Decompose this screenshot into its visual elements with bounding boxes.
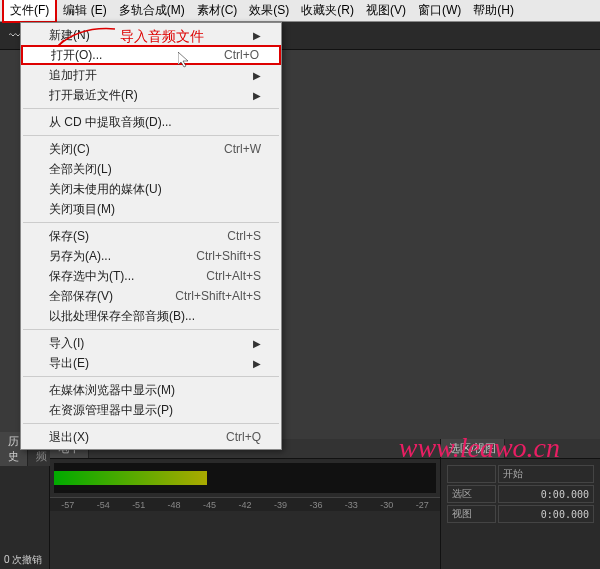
- menu-close-all[interactable]: 全部关闭(L): [21, 159, 281, 179]
- menu-close-unused[interactable]: 关闭未使用的媒体(U): [21, 179, 281, 199]
- db-ruler: -57-54-51-48-45-42-39-36-33-30-27: [50, 497, 440, 511]
- menu-reveal-explorer[interactable]: 在资源管理器中显示(P): [21, 400, 281, 420]
- file-dropdown: 新建(N)▶ 打开(O)...Ctrl+O 追加打开▶ 打开最近文件(R)▶ 从…: [20, 22, 282, 450]
- menu-view[interactable]: 视图(V): [360, 0, 412, 21]
- menu-close[interactable]: 关闭(C)Ctrl+W: [21, 139, 281, 159]
- menu-append-open[interactable]: 追加打开▶: [21, 65, 281, 85]
- undo-count: 0 次撤销: [4, 553, 42, 567]
- menu-effects[interactable]: 效果(S): [243, 0, 295, 21]
- menu-save[interactable]: 保存(S)Ctrl+S: [21, 226, 281, 246]
- menu-export[interactable]: 导出(E)▶: [21, 353, 281, 373]
- row-view-label: 视图: [447, 505, 496, 523]
- selection-start[interactable]: 0:00.000: [498, 485, 594, 503]
- menu-save-as[interactable]: 另存为(A)...Ctrl+Shift+S: [21, 246, 281, 266]
- menu-new[interactable]: 新建(N)▶: [21, 25, 281, 45]
- view-start[interactable]: 0:00.000: [498, 505, 594, 523]
- menu-close-project[interactable]: 关闭项目(M): [21, 199, 281, 219]
- menu-favorites[interactable]: 收藏夹(R): [295, 0, 360, 21]
- menu-save-all[interactable]: 全部保存(V)Ctrl+Shift+Alt+S: [21, 286, 281, 306]
- menu-multitrack[interactable]: 多轨合成(M): [113, 0, 191, 21]
- chevron-right-icon: ▶: [253, 358, 261, 369]
- menubar: 文件(F) 编辑 (E) 多轨合成(M) 素材(C) 效果(S) 收藏夹(R) …: [0, 0, 600, 22]
- selection-info: 开始 选区0:00.000 视图0:00.000: [441, 459, 600, 529]
- menu-save-selection[interactable]: 保存选中为(T)...Ctrl+Alt+S: [21, 266, 281, 286]
- menu-open[interactable]: 打开(O)...Ctrl+O: [21, 45, 281, 65]
- watermark: www.leawo.cn: [399, 432, 560, 464]
- menu-import[interactable]: 导入(I)▶: [21, 333, 281, 353]
- menu-window[interactable]: 窗口(W): [412, 0, 467, 21]
- menu-file[interactable]: 文件(F): [2, 0, 57, 23]
- menu-clip[interactable]: 素材(C): [191, 0, 244, 21]
- menu-extract-cd[interactable]: 从 CD 中提取音频(D)...: [21, 112, 281, 132]
- row-selection-label: 选区: [447, 485, 496, 503]
- level-meter: [54, 463, 436, 493]
- header-start: 开始: [498, 465, 594, 483]
- menu-open-recent[interactable]: 打开最近文件(R)▶: [21, 85, 281, 105]
- chevron-right-icon: ▶: [253, 30, 261, 41]
- chevron-right-icon: ▶: [253, 90, 261, 101]
- menu-exit[interactable]: 退出(X)Ctrl+Q: [21, 427, 281, 447]
- menu-reveal-media[interactable]: 在媒体浏览器中显示(M): [21, 380, 281, 400]
- chevron-right-icon: ▶: [253, 70, 261, 81]
- menu-batch-save[interactable]: 以批处理保存全部音频(B)...: [21, 306, 281, 326]
- level-bar: [54, 471, 207, 485]
- chevron-right-icon: ▶: [253, 338, 261, 349]
- menu-edit[interactable]: 编辑 (E): [57, 0, 112, 21]
- menu-help[interactable]: 帮助(H): [467, 0, 520, 21]
